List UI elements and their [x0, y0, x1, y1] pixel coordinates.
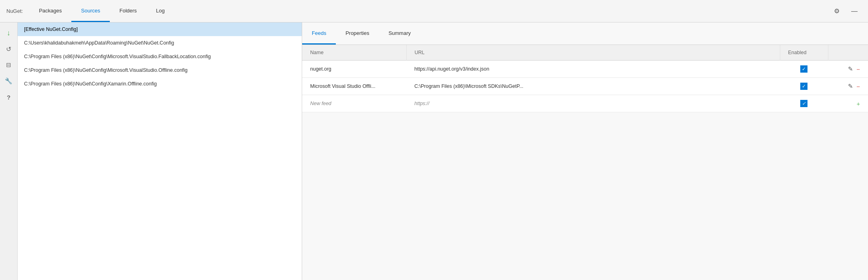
sidebar-help-icon[interactable]: ? — [2, 90, 16, 104]
tab-log-label: Log — [156, 8, 165, 14]
checkbox-nuget-org[interactable] — [800, 65, 807, 73]
minimize-button[interactable]: — — [847, 4, 862, 18]
tab-packages[interactable]: Packages — [29, 0, 71, 22]
checkbox-ms-vs-offline[interactable] — [800, 83, 807, 90]
file-item-fallback[interactable]: C:\Program Files (x86)\NuGet\Config\Micr… — [18, 50, 302, 63]
file-list: [Effective NuGet.Config] C:\Users\khalid… — [18, 22, 302, 280]
sidebar-icons: ↓ ↺ ⊟ 🔧 ? — [0, 22, 18, 280]
sidebar-download-icon[interactable]: ↓ — [2, 26, 16, 40]
checkbox-new-feed[interactable] — [800, 100, 807, 107]
feed-url-ms-vs-offline: C:\Program Files (x86)\Microsoft SDKs\Nu… — [406, 78, 780, 95]
sub-tab-properties-label: Properties — [345, 30, 369, 36]
feed-name-nuget-org: nuget.org — [302, 61, 406, 78]
table-header-row: Name URL Enabled — [302, 45, 868, 61]
col-header-url: URL — [406, 45, 780, 61]
file-item-offline[interactable]: C:\Program Files (x86)\NuGet\Config\Micr… — [18, 63, 302, 77]
sub-tabs: Feeds Properties Summary — [302, 22, 868, 45]
main-content: ↓ ↺ ⊟ 🔧 ? [Effective NuGet.Config] C:\Us… — [0, 22, 868, 280]
feeds-table: Name URL Enabled — [302, 45, 868, 112]
nav-brand: NuGet: — [0, 0, 29, 22]
right-panel: Feeds Properties Summary Name URL — [302, 22, 868, 280]
sidebar-refresh-icon[interactable]: ↺ — [2, 42, 16, 56]
brand-label: NuGet: — [6, 8, 23, 14]
delete-button-nuget-org[interactable]: − — [856, 66, 860, 73]
window-controls: ⚙ — — [823, 0, 868, 22]
feed-enabled-nuget-org — [780, 61, 828, 78]
tab-sources[interactable]: Sources — [71, 0, 110, 22]
sub-tab-summary-label: Summary — [388, 30, 411, 36]
tab-sources-label: Sources — [81, 8, 100, 14]
tab-log[interactable]: Log — [146, 0, 174, 22]
sub-tab-feeds-label: Feeds — [312, 30, 326, 36]
file-item-effective-config[interactable]: [Effective NuGet.Config] — [18, 22, 302, 36]
tab-folders[interactable]: Folders — [110, 0, 146, 22]
delete-button-ms-vs-offline[interactable]: − — [856, 83, 860, 90]
gear-button[interactable]: ⚙ — [830, 4, 844, 18]
sub-tab-feeds[interactable]: Feeds — [302, 22, 336, 45]
sidebar-view-icon[interactable]: ⊟ — [2, 58, 16, 72]
feed-name-ms-vs-offline: Microsoft Visual Studio Offli... — [302, 78, 406, 95]
minimize-icon: — — [851, 8, 858, 15]
sidebar-wrench-icon[interactable]: 🔧 — [2, 74, 16, 88]
file-item-xamarin[interactable]: C:\Program Files (x86)\NuGet\Config\Xama… — [18, 77, 302, 91]
feed-name-new-feed: New feed — [302, 95, 406, 112]
feeds-content: Name URL Enabled — [302, 45, 868, 280]
col-header-name: Name — [302, 45, 406, 61]
sub-tab-summary[interactable]: Summary — [379, 22, 420, 45]
edit-button-nuget-org[interactable]: ✎ — [848, 65, 853, 73]
feed-actions-ms-vs-offline: ✎ − — [828, 78, 868, 95]
col-header-enabled: Enabled — [780, 45, 828, 61]
feed-url-nuget-org: https://api.nuget.org/v3/index.json — [406, 61, 780, 78]
gear-icon: ⚙ — [834, 7, 840, 15]
feed-actions-nuget-org: ✎ − — [828, 61, 868, 78]
top-nav: NuGet: Packages Sources Folders Log ⚙ — — [0, 0, 868, 22]
tab-folders-label: Folders — [119, 8, 137, 14]
file-item-users-config[interactable]: C:\Users\khalidabuhakmeh\AppData\Roaming… — [18, 36, 302, 50]
edit-button-ms-vs-offline[interactable]: ✎ — [848, 83, 853, 90]
feed-url-new-feed: https:// — [406, 95, 780, 112]
left-panel: [Effective NuGet.Config] C:\Users\khalid… — [18, 22, 302, 280]
table-row: nuget.org https://api.nuget.org/v3/index… — [302, 61, 868, 78]
feed-actions-new-feed: + — [828, 95, 868, 112]
table-row-new-feed: New feed https:// + — [302, 95, 868, 112]
table-row: Microsoft Visual Studio Offli... C:\Prog… — [302, 78, 868, 95]
sub-tab-properties[interactable]: Properties — [336, 22, 379, 45]
add-button-new-feed[interactable]: + — [856, 100, 860, 107]
tab-packages-label: Packages — [39, 8, 62, 14]
feed-enabled-new-feed — [780, 95, 828, 112]
col-header-actions — [828, 45, 868, 61]
feed-enabled-ms-vs-offline — [780, 78, 828, 95]
